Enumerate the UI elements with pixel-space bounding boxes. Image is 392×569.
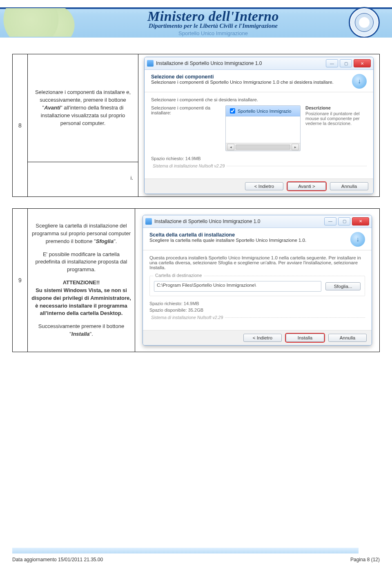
header-map-graphic [0,8,78,37]
minimize-button[interactable]: — [324,217,336,225]
component-item-label: Sportello Unico Immigrazio [238,109,291,114]
back-button[interactable]: < Indietro [243,334,282,342]
page-footer: Data aggiornamento 15/01/2011 21.35.00 P… [0,548,392,569]
list-scrollbar[interactable]: ◂ ▸ [226,143,300,151]
space-available: Spazio disponibile: 35.2GB [149,306,365,312]
back-button[interactable]: < Indietro [245,182,283,190]
wizard-subheading: Scegliere la cartella nella quale instal… [149,238,306,243]
header-crest-icon [349,7,380,38]
component-checkbox[interactable] [230,108,235,114]
header-subtitle2: Sportello Unico Immigrazione [78,30,349,36]
close-button[interactable]: ✕ [354,59,371,67]
description-text: Posizionare il puntatore del mouse sul c… [305,111,360,126]
installer-engine-label: Sistema di installazione Nullsoft v2.29 [151,163,226,168]
step-8-instructions: Selezionare i componenti da installare e… [28,54,138,162]
step-9-p1c: ". [114,238,117,244]
step-8-number: 8 [13,54,28,197]
groupbox-title: Cartella di destinazione [153,273,204,278]
window-title: Installazione di Sportello Unico Immigra… [154,219,323,224]
browse-button[interactable]: Sfoglia... [325,282,361,290]
step-9-p4c: ". [90,331,93,337]
component-item[interactable]: Sportello Unico Immigrazio [226,106,300,116]
header-title: Ministero dell'Interno [78,9,349,24]
footer-decorative-bar [12,548,359,553]
components-label: Selezionare i componenti da installare: [151,105,220,115]
installer-window-components: Installazione di Sportello Unico Immigra… [144,57,374,194]
attention-title: ATTENZIONE!! [63,279,100,286]
wizard-heading: Scelta della cartella di installazione [149,232,235,238]
attention-body: Su sistemi Windows Vista, se non si disp… [31,287,131,317]
components-listbox[interactable]: Sportello Unico Immigrazio ◂ ▸ [225,105,301,151]
step-9-instructions: Scegliere la cartella di installazione d… [28,209,135,352]
scroll-left-icon[interactable]: ◂ [227,144,234,150]
page-header: Ministero dell'Interno Dipartimento per … [0,0,392,38]
step-9-keyword-installa: Installa [71,331,90,337]
header-subtitle: Dipartimento per le Libertà Civili e l'I… [78,22,349,29]
minimize-button[interactable]: — [326,59,338,67]
close-button[interactable]: ✕ [352,217,369,225]
step-9-number: 9 [13,209,28,352]
scroll-right-icon[interactable]: ▸ [292,144,299,150]
installer-icon [147,60,154,67]
wizard-heading: Selezione dei componenti [151,74,214,80]
cancel-button[interactable]: Annulla [330,182,368,190]
step-9-keyword-sfoglia: Sfoglia [96,238,114,244]
space-required: Spazio richiesto: 14.9MB [149,299,365,306]
footer-date: Data aggiornamento 15/01/2011 21.35.00 [12,557,103,562]
step-8-keyword-avanti: Avanti [44,105,60,111]
maximize-button[interactable]: ▢ [340,59,352,67]
window-title: Installazione di Sportello Unico Immigra… [156,60,324,66]
scroll-track[interactable] [236,145,290,150]
destination-groupbox: Cartella di destinazione C:\Program File… [149,276,365,296]
installer-icon [145,218,152,225]
maximize-button[interactable]: ▢ [338,217,350,225]
step-9-p2: E' possibile modificare la cartella pred… [31,251,131,274]
footer-page-number: Pagina 8 (12) [350,557,380,562]
wizard-header-icon [352,74,367,89]
installer-engine-label: Sistema di installazione Nullsoft v2.29 [149,315,225,320]
body-intro-text: Selezionare i componenti che si desidera… [151,97,367,102]
wizard-header-icon [350,232,365,247]
cancel-button[interactable]: Annulla [328,334,367,342]
wizard-subheading: Selezionare i componenti di Sportello Un… [151,80,334,85]
step-9-table: 9 Scegliere la cartella di installazione… [12,208,380,352]
space-required: Spazio richiesto: 14.9MB [151,154,367,161]
step-8-tag: i. [28,162,138,196]
installer-window-folder: Installazione di Sportello Unico Immigra… [143,215,372,346]
body-paragraph: Questa procedura installerà Sportello Un… [149,255,365,270]
install-path-input[interactable]: C:\Program Files\Sportello Unico Immigra… [154,281,321,292]
description-title: Descrizione [305,105,367,110]
step-8-table: 8 Selezionare i componenti da installare… [12,54,380,197]
next-button[interactable]: Avanti > [287,182,326,190]
install-button[interactable]: Installa [286,334,324,342]
